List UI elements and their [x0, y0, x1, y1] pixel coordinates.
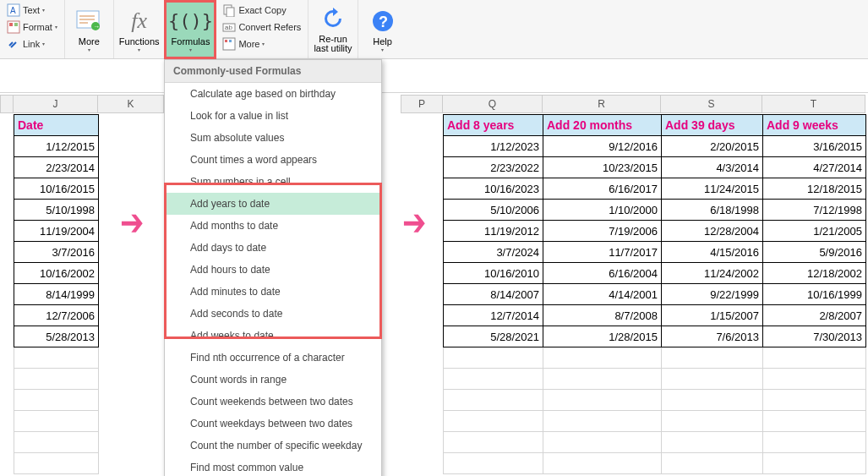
result-cell[interactable]: 5/10/2006	[444, 200, 543, 221]
empty-cell[interactable]	[14, 390, 99, 411]
source-cell[interactable]: 5/28/2013	[14, 326, 99, 347]
empty-cell[interactable]	[543, 390, 662, 411]
col-s[interactable]: S	[661, 95, 762, 113]
result-cell[interactable]: 1/12/2023	[444, 136, 543, 157]
menu-item-15[interactable]: Count weekdays between two dates	[165, 413, 381, 435]
empty-cell[interactable]	[543, 347, 662, 369]
source-cell[interactable]: 5/10/1998	[14, 200, 99, 221]
result-cell[interactable]: 4/15/2016	[662, 242, 763, 263]
col-j[interactable]: J	[14, 95, 98, 113]
result-cell[interactable]: 11/24/2015	[662, 178, 763, 200]
empty-cell[interactable]	[543, 411, 662, 432]
menu-item-11[interactable]: Add weeks to date	[165, 325, 381, 347]
empty-cell[interactable]	[543, 432, 662, 453]
result-cell[interactable]: 4/14/2001	[543, 284, 662, 305]
empty-cell[interactable]	[444, 453, 543, 474]
source-cell[interactable]: 10/16/2015	[14, 178, 99, 200]
result-cell[interactable]: 1/15/2007	[662, 305, 763, 326]
empty-cell[interactable]	[444, 347, 543, 369]
result-cell[interactable]: 4/27/2014	[763, 157, 866, 178]
result-cell[interactable]: 7/12/1998	[763, 200, 866, 221]
result-cell[interactable]: 12/28/2004	[662, 221, 763, 242]
empty-cell[interactable]	[662, 453, 763, 474]
source-cell[interactable]: 12/7/2006	[14, 305, 99, 326]
empty-cell[interactable]	[763, 411, 866, 432]
result-cell[interactable]: 1/10/2000	[543, 200, 662, 221]
empty-cell[interactable]	[543, 453, 662, 474]
menu-item-4[interactable]: Sum numbers in a cell	[165, 171, 381, 193]
col-k[interactable]: K	[98, 95, 164, 113]
col-p[interactable]: P	[401, 95, 443, 113]
result-cell[interactable]: 12/7/2014	[444, 305, 543, 326]
menu-item-6[interactable]: Add months to date	[165, 215, 381, 237]
result-cell[interactable]: 11/7/2017	[543, 242, 662, 263]
empty-cell[interactable]	[763, 390, 866, 411]
result-cell[interactable]: 10/16/2023	[444, 178, 543, 200]
empty-cell[interactable]	[763, 432, 866, 453]
menu-item-13[interactable]: Count words in range	[165, 369, 381, 391]
source-cell[interactable]: 10/16/2002	[14, 263, 99, 284]
empty-cell[interactable]	[444, 390, 543, 411]
more2-button[interactable]: More▾	[221, 36, 303, 52]
col-r[interactable]: R	[543, 95, 661, 113]
result-cell[interactable]: 10/16/2010	[444, 263, 543, 284]
empty-cell[interactable]	[14, 411, 99, 432]
result-cell[interactable]: 8/7/2008	[543, 305, 662, 326]
empty-cell[interactable]	[14, 453, 99, 474]
empty-cell[interactable]	[444, 411, 543, 432]
result-cell[interactable]: 5/9/2016	[763, 242, 866, 263]
menu-item-16[interactable]: Count the number of specific weekday	[165, 435, 381, 457]
formulas-button[interactable]: {()} Formulas▾	[166, 0, 216, 58]
menu-item-1[interactable]: Look for a value in list	[165, 105, 381, 127]
result-cell[interactable]: 2/8/2007	[763, 305, 866, 326]
result-cell[interactable]: 7/19/2006	[543, 221, 662, 242]
result-cell[interactable]: 11/19/2012	[444, 221, 543, 242]
source-cell[interactable]: 1/12/2015	[14, 136, 99, 157]
result-cell[interactable]: 3/16/2015	[763, 136, 866, 157]
result-cell[interactable]: 10/16/1999	[763, 284, 866, 305]
functions-button[interactable]: fx Functions▾	[114, 0, 166, 58]
result-cell[interactable]: 9/22/1999	[662, 284, 763, 305]
menu-item-10[interactable]: Add seconds to date	[165, 303, 381, 325]
source-cell[interactable]: 11/19/2004	[14, 221, 99, 242]
help-button[interactable]: ? Help▾	[358, 0, 407, 58]
menu-item-14[interactable]: Count weekends between two dates	[165, 391, 381, 413]
empty-cell[interactable]	[14, 369, 99, 390]
result-cell[interactable]: 8/14/2007	[444, 284, 543, 305]
menu-item-0[interactable]: Calculate age based on birthday	[165, 83, 381, 105]
menu-item-7[interactable]: Add days to date	[165, 237, 381, 259]
menu-item-17[interactable]: Find most common value	[165, 457, 381, 476]
empty-cell[interactable]	[763, 347, 866, 369]
result-cell[interactable]: 6/18/1998	[662, 200, 763, 221]
empty-cell[interactable]	[444, 369, 543, 390]
source-cell[interactable]: 2/23/2014	[14, 157, 99, 178]
empty-cell[interactable]	[662, 411, 763, 432]
empty-cell[interactable]	[444, 432, 543, 453]
menu-item-5[interactable]: Add years to date	[165, 193, 381, 215]
result-cell[interactable]: 1/28/2015	[543, 326, 662, 347]
menu-item-9[interactable]: Add minutes to date	[165, 281, 381, 303]
result-cell[interactable]: 6/16/2004	[543, 263, 662, 284]
result-cell[interactable]: 7/30/2013	[763, 326, 866, 347]
more1-button[interactable]: → More▾	[65, 0, 114, 58]
format-button[interactable]: Format▾	[5, 19, 59, 36]
result-cell[interactable]: 12/18/2015	[763, 178, 866, 200]
result-cell[interactable]: 7/6/2013	[662, 326, 763, 347]
result-cell[interactable]: 9/12/2016	[543, 136, 662, 157]
col-q[interactable]: Q	[443, 95, 543, 113]
convert-refers-button[interactable]: ab Convert Refers	[221, 19, 303, 36]
menu-item-12[interactable]: Find nth occurrence of a character	[165, 347, 381, 369]
result-cell[interactable]: 3/7/2024	[444, 242, 543, 263]
empty-cell[interactable]	[14, 432, 99, 453]
result-table[interactable]: Add 8 yearsAdd 20 monthsAdd 39 daysAdd 9…	[443, 114, 866, 474]
empty-cell[interactable]	[662, 369, 763, 390]
empty-cell[interactable]	[662, 432, 763, 453]
result-cell[interactable]: 12/18/2002	[763, 263, 866, 284]
col-t[interactable]: T	[762, 95, 865, 113]
empty-cell[interactable]	[543, 369, 662, 390]
source-cell[interactable]: 3/7/2016	[14, 242, 99, 263]
result-cell[interactable]: 6/16/2017	[543, 178, 662, 200]
result-cell[interactable]: 10/23/2015	[543, 157, 662, 178]
exact-copy-button[interactable]: Exact Copy	[221, 2, 303, 19]
result-cell[interactable]: 4/3/2014	[662, 157, 763, 178]
